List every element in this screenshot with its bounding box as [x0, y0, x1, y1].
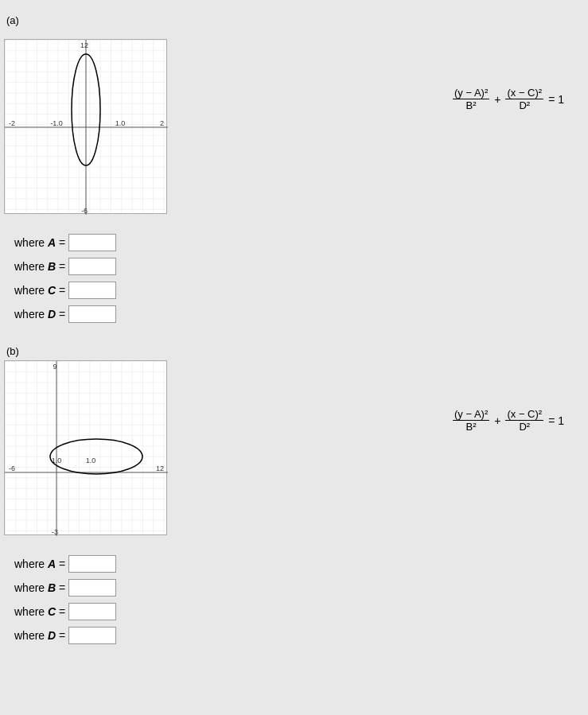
formula-a-equals: = 1: [548, 93, 564, 106]
formula-a-plus: +: [494, 93, 500, 106]
section-a-formula-area: (y − A)² B² + (x − C)² D² = 1: [175, 39, 588, 111]
graph-b: 9 -3 12 -6 1.0 1.0: [4, 360, 167, 535]
formula-a: (y − A)² B² + (x − C)² D² = 1: [451, 87, 564, 111]
y-bottom-label-a: -6: [81, 207, 88, 215]
graph-a: 12 -6 2 -2 1.0 -1.0: [4, 39, 167, 214]
section-b: 9 -3 12 -6 1.0 1.0 (y − A)² B² +: [0, 360, 588, 535]
input-row-a-C: where C =: [14, 282, 588, 299]
x-right-label-b: 12: [156, 464, 164, 472]
frac-a-1-num: (y − A)²: [453, 87, 489, 99]
section-a-left: 12 -6 2 -2 1.0 -1.0: [0, 39, 175, 214]
frac-b-2: (x − C)² D²: [505, 408, 543, 433]
inputs-b: where A = where B = where C = where D =: [8, 543, 588, 644]
formula-b: (y − A)² B² + (x − C)² D² = 1: [451, 408, 564, 433]
formula-b-equals: = 1: [548, 414, 564, 427]
input-row-a-D: where D =: [14, 305, 588, 323]
input-label-a-C: where C =: [14, 284, 65, 297]
input-label-b-B: where B =: [14, 581, 65, 594]
input-label-a-A: where A =: [14, 236, 65, 249]
section-b-formula-area: (y − A)² B² + (x − C)² D² = 1: [175, 360, 588, 433]
section-b-left: 9 -3 12 -6 1.0 1.0: [0, 360, 175, 535]
inputs-a: where A = where B = where C = where D =: [8, 222, 588, 323]
formula-b-plus: +: [494, 414, 500, 427]
section-b-label: (b): [6, 345, 588, 357]
input-a-B[interactable]: [68, 258, 116, 275]
input-row-b-A: where A =: [14, 555, 588, 573]
input-row-b-D: where D =: [14, 627, 588, 644]
input-b-B[interactable]: [68, 579, 116, 596]
input-label-b-C: where C =: [14, 605, 65, 618]
frac-a-2-den: D²: [517, 99, 532, 111]
input-label-b-A: where A =: [14, 558, 65, 570]
frac-b-1-num: (y − A)²: [453, 408, 489, 421]
y-top-label-b: 9: [53, 363, 56, 371]
page: (a) 12 -6: [0, 0, 588, 715]
input-row-a-B: where B =: [14, 258, 588, 275]
input-label-b-D: where D =: [14, 629, 65, 642]
y-top-label-a: 12: [80, 41, 88, 49]
x-neg1-label-a: -1.0: [50, 119, 63, 127]
input-a-C[interactable]: [68, 282, 116, 299]
frac-a-2: (x − C)² D²: [505, 87, 543, 111]
input-row-a-A: where A =: [14, 234, 588, 251]
frac-a-1-den: B²: [465, 99, 478, 111]
frac-b-2-den: D²: [517, 421, 532, 433]
input-row-b-C: where C =: [14, 603, 588, 620]
frac-a-2-num: (x − C)²: [505, 87, 543, 99]
section-a-label: (a): [6, 14, 588, 26]
input-row-b-B: where B =: [14, 579, 588, 596]
frac-b-2-num: (x − C)²: [505, 408, 543, 421]
x-left-label-a: -2: [9, 119, 15, 127]
x-left-label-b: -6: [9, 464, 15, 472]
x-1b-label-b: 1.0: [86, 457, 96, 464]
input-label-a-B: where B =: [14, 260, 65, 273]
section-a: 12 -6 2 -2 1.0 -1.0 (y − A)² B² +: [0, 29, 588, 214]
frac-a-1: (y − A)² B²: [453, 87, 489, 111]
input-b-A[interactable]: [68, 555, 116, 573]
input-a-D[interactable]: [68, 305, 116, 323]
frac-b-1-den: B²: [465, 421, 478, 433]
x-1-label-a: 1.0: [115, 119, 126, 127]
input-b-D[interactable]: [68, 627, 116, 644]
input-b-C[interactable]: [68, 603, 116, 620]
x-right-label-a: 2: [160, 119, 164, 127]
input-a-A[interactable]: [68, 234, 116, 251]
frac-b-1: (y − A)² B²: [453, 408, 489, 433]
input-label-a-D: where D =: [14, 308, 65, 321]
graph-b-svg: 9 -3 12 -6 1.0 1.0: [5, 361, 168, 536]
graph-a-svg: 12 -6 2 -2 1.0 -1.0: [5, 40, 168, 215]
y-bottom-label-b: -3: [52, 528, 58, 536]
grid-b: [5, 361, 168, 536]
